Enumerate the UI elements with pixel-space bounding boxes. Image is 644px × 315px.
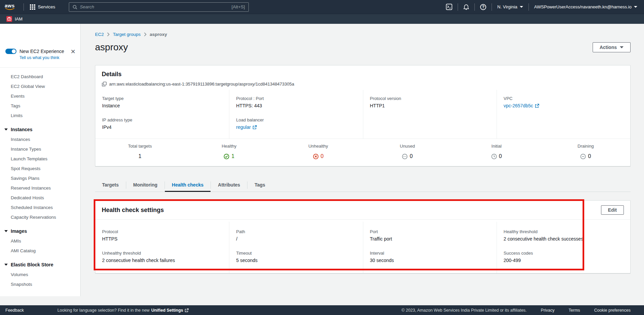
search-shortcut-hint: [Alt+S] — [231, 4, 245, 9]
close-icon[interactable]: ✕ — [71, 49, 76, 55]
field-value: 2 consecutive health check successes — [504, 236, 624, 242]
region-label: N. Virginia — [497, 4, 517, 9]
account-menu[interactable]: AWSPowerUserAccess/navaneeth.kn@harness.… — [532, 4, 639, 9]
favorite-iam[interactable]: IAM — [6, 16, 22, 22]
breadcrumb-target-groups[interactable]: Target groups — [113, 32, 141, 37]
sidebar-section-images[interactable]: Images — [0, 226, 80, 236]
sidebar-item-ec2-dashboard[interactable]: EC2 Dashboard — [0, 72, 80, 82]
tab-monitoring[interactable]: Monitoring — [126, 179, 165, 192]
sidebar-item-volumes[interactable]: Volumes — [0, 270, 80, 279]
favorites-bar: IAM — [0, 14, 644, 24]
caret-down-icon — [620, 46, 624, 48]
sidebar-item-scheduled-instances[interactable]: Scheduled Instances — [0, 203, 80, 212]
search-icon — [73, 5, 77, 9]
field-label: Protocol : Port — [236, 96, 356, 101]
sidebar-item-spot-requests[interactable]: Spot Requests — [0, 164, 80, 173]
details-column: Target typeInstance IP address typeIPv4 — [95, 90, 229, 139]
notifications-button[interactable] — [461, 4, 471, 10]
sidebar-item-limits[interactable]: Limits — [0, 111, 80, 120]
search-input[interactable] — [80, 4, 229, 9]
sidebar-item-amis[interactable]: AMIs — [0, 236, 80, 246]
sidebar-item-savings-plans[interactable]: Savings Plans — [0, 173, 80, 183]
minus-circle-icon — [580, 154, 586, 159]
tab-targets[interactable]: Targets — [95, 179, 126, 192]
health-check-column: Healthy threshold2 consecutive health ch… — [497, 222, 630, 273]
main-content: EC2 Target groups asproxy asproxy Action… — [81, 24, 644, 305]
privacy-link[interactable]: Privacy — [541, 308, 555, 313]
sidebar-item-reserved-instances[interactable]: Reserved Instances — [0, 183, 80, 193]
stat-initial: Initial 0 — [452, 144, 541, 159]
chevron-right-icon — [107, 32, 110, 37]
target-stats-row: Total targets 1 Healthy 1 Unhealthy 0 — [95, 139, 630, 166]
region-selector[interactable]: N. Virginia — [495, 4, 525, 9]
bell-icon — [463, 4, 469, 10]
sidebar-item-launch-templates[interactable]: Launch Templates — [0, 154, 80, 164]
tab-bar: Targets Monitoring Health checks Attribu… — [95, 179, 631, 192]
stat-unhealthy: Unhealthy 0 — [274, 144, 363, 159]
footer: Feedback Looking for language selection?… — [0, 305, 644, 315]
external-link-icon — [535, 104, 539, 108]
new-experience-block: New EC2 Experience ✕ Tell us what you th… — [0, 49, 80, 65]
breadcrumb-current: asproxy — [150, 32, 167, 37]
page-title: asproxy — [95, 42, 128, 53]
tab-health-checks[interactable]: Health checks — [165, 179, 211, 192]
vpc-link[interactable]: vpc-2657db5c — [504, 103, 539, 108]
sidebar-item-ec2-global-view[interactable]: EC2 Global View — [0, 82, 80, 91]
top-navigation-bar: aws Services [Alt+S] ? N. Virginia — [0, 0, 644, 14]
breadcrumb-ec2[interactable]: EC2 — [95, 32, 104, 37]
sidebar-section-instances[interactable]: Instances — [0, 124, 80, 135]
services-label: Services — [38, 4, 55, 9]
sidebar-item-capacity-reservations[interactable]: Capacity Reservations — [0, 212, 80, 222]
cookie-preferences-link[interactable]: Cookie preferences — [594, 308, 631, 313]
new-experience-toggle[interactable] — [5, 49, 16, 54]
tab-tags[interactable]: Tags — [247, 179, 272, 192]
field-value: HTTPS — [102, 236, 222, 242]
sidebar-item-ami-catalog[interactable]: AMI Catalog — [0, 246, 80, 256]
stat-total-targets: Total targets 1 — [95, 144, 185, 159]
tab-attributes[interactable]: Attributes — [211, 179, 247, 192]
field-label: Protocol version — [370, 96, 490, 101]
arn-value: arn:aws:elasticloadbalancing:us-east-1:3… — [109, 82, 294, 87]
tell-us-link[interactable]: Tell us what you think — [19, 55, 75, 60]
sidebar-item-dedicated-hosts[interactable]: Dedicated Hosts — [0, 193, 80, 203]
search-box[interactable]: [Alt+S] — [69, 2, 249, 12]
details-column: Protocol : PortHTTPS: 443 Load balancer … — [229, 90, 363, 139]
edit-button[interactable]: Edit — [601, 205, 624, 215]
stat-draining: Draining 0 — [541, 144, 631, 159]
field-value: 5 seconds — [236, 258, 356, 263]
favorite-iam-label: IAM — [15, 16, 22, 21]
sidebar-section-elastic-block-store[interactable]: Elastic Block Store — [0, 260, 80, 270]
terms-link[interactable]: Terms — [569, 308, 580, 313]
copyright-text: © 2023, Amazon Web Services India Privat… — [402, 308, 527, 313]
health-check-settings-title: Health check settings — [102, 207, 164, 214]
feedback-link[interactable]: Feedback — [5, 308, 24, 313]
field-value: 30 seconds — [370, 258, 490, 263]
grid-icon — [30, 4, 35, 10]
services-button[interactable]: Services — [27, 4, 58, 10]
health-check-column: Path/ Timeout5 seconds — [229, 222, 363, 273]
actions-button[interactable]: Actions — [593, 42, 631, 52]
caret-down-icon — [4, 128, 8, 130]
stat-unused: Unused 0 — [363, 144, 452, 159]
chevron-right-icon — [144, 32, 147, 37]
sidebar-item-snapshots[interactable]: Snapshots — [0, 279, 80, 289]
cloudshell-button[interactable] — [444, 4, 454, 10]
help-button[interactable]: ? — [478, 4, 488, 10]
field-value: IPv4 — [102, 124, 222, 130]
field-label: Target type — [102, 96, 222, 101]
load-balancer-link[interactable]: regular — [236, 124, 257, 130]
field-value: Instance — [102, 103, 222, 108]
details-column: Protocol versionHTTP1 — [363, 90, 497, 139]
copy-icon[interactable] — [102, 82, 107, 87]
unified-settings-link[interactable]: Unified Settings — [151, 308, 188, 313]
help-icon: ? — [480, 4, 486, 10]
external-link-icon — [185, 308, 189, 312]
sidebar-item-instances[interactable]: Instances — [0, 135, 80, 144]
caret-down-icon — [4, 230, 8, 232]
field-label: Unhealthy threshold — [102, 251, 222, 256]
aws-logo[interactable]: aws — [5, 3, 15, 10]
sidebar-item-tags[interactable]: Tags — [0, 101, 80, 111]
sidebar-item-instance-types[interactable]: Instance Types — [0, 144, 80, 154]
field-label: Protocol — [102, 229, 222, 234]
sidebar-item-events[interactable]: Events — [0, 91, 80, 101]
